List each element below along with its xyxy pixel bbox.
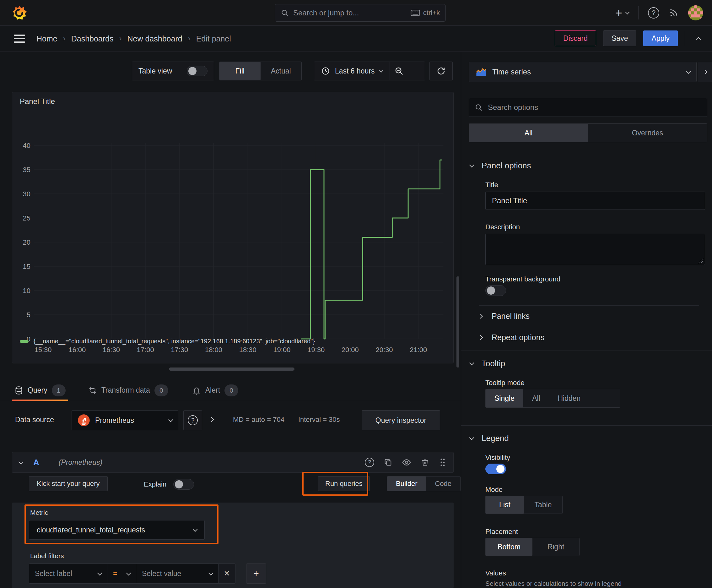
description-textarea[interactable] xyxy=(486,234,705,265)
collapse-header-button[interactable] xyxy=(692,36,705,41)
zoom-out-button[interactable] xyxy=(390,62,408,80)
datasource-help-button[interactable]: ? xyxy=(184,410,202,430)
grafana-logo-icon[interactable] xyxy=(11,5,27,21)
discard-button[interactable]: Discard xyxy=(555,30,596,46)
panel-options-header[interactable]: Panel options xyxy=(470,161,531,171)
explain-toggle[interactable] xyxy=(173,479,194,490)
query-help-button[interactable]: ? xyxy=(365,458,374,467)
table-view-toggle[interactable] xyxy=(187,66,208,76)
legend-section-header[interactable]: Legend xyxy=(470,434,509,443)
transparent-background-toggle[interactable] xyxy=(486,285,506,296)
series-color-dash[interactable] xyxy=(20,340,28,343)
close-icon: ✕ xyxy=(223,569,230,578)
refresh-button[interactable] xyxy=(429,62,453,80)
search-placeholder: Search or jump to... xyxy=(293,8,411,17)
legend-mode-label: Mode xyxy=(486,486,503,494)
remove-filter-button[interactable]: ✕ xyxy=(218,564,235,584)
panel-resize-handle[interactable] xyxy=(169,368,295,371)
apply-button[interactable]: Apply xyxy=(643,30,678,46)
builder-option[interactable]: Builder xyxy=(387,477,426,491)
panel-title-input[interactable] xyxy=(486,192,705,210)
tooltip-mode-segment: Single All Hidden xyxy=(486,389,620,408)
add-filter-button[interactable]: + xyxy=(246,564,266,584)
help-button[interactable]: ? xyxy=(648,7,659,19)
legend-bottom-option[interactable]: Bottom xyxy=(486,538,533,555)
visualization-picker[interactable]: Time series xyxy=(469,62,697,82)
datasource-label: Data source xyxy=(15,416,54,424)
chart-panel[interactable]: Panel Title 051015202530354015:3016:0016… xyxy=(12,92,454,363)
repeat-options-section[interactable]: Repeat options xyxy=(479,333,544,342)
breadcrumb-new-dashboard[interactable]: New dashboard xyxy=(127,34,182,43)
transform-count-badge: 0 xyxy=(154,384,168,396)
query-row-header[interactable]: A (Prometheus) ? xyxy=(12,452,454,473)
save-button[interactable]: Save xyxy=(603,30,637,46)
chevron-right-icon: › xyxy=(119,34,122,43)
legend-right-option[interactable]: Right xyxy=(533,538,579,555)
delete-query-button[interactable] xyxy=(421,458,429,467)
refresh-icon xyxy=(436,66,446,76)
tooltip-single-option[interactable]: Single xyxy=(486,389,523,407)
panel-links-section[interactable]: Panel links xyxy=(479,312,530,321)
actual-option[interactable]: Actual xyxy=(261,62,302,80)
menu-toggle-button[interactable] xyxy=(14,35,25,43)
tooltip-section-header[interactable]: Tooltip xyxy=(470,359,505,369)
toggle-visibility-button[interactable] xyxy=(402,458,411,467)
scrollbar-thumb[interactable] xyxy=(456,276,459,368)
drag-handle-icon xyxy=(439,458,447,467)
tooltip-hidden-option[interactable]: Hidden xyxy=(549,389,589,407)
table-view-label: Table view xyxy=(138,67,172,76)
chart-legend: {__name__="cloudflared_tunnel_total_requ… xyxy=(20,338,315,345)
series-legend-label[interactable]: {__name__="cloudflared_tunnel_total_requ… xyxy=(34,338,315,345)
open-viz-list-button[interactable] xyxy=(698,62,712,82)
tab-all-options[interactable]: All xyxy=(469,124,588,142)
help-icon: ? xyxy=(188,415,198,425)
tab-transform[interactable]: Transform data 0 xyxy=(86,380,171,401)
fill-option[interactable]: Fill xyxy=(219,62,261,80)
global-search[interactable]: Search or jump to... ctrl+k xyxy=(275,4,446,22)
time-range-picker[interactable]: Last 6 hours xyxy=(314,62,390,80)
datasource-picker[interactable]: Prometheus xyxy=(71,410,178,430)
query-inspector-button[interactable]: Query inspector xyxy=(362,410,440,430)
kick-start-button[interactable]: Kick start your query xyxy=(29,476,108,491)
duplicate-query-button[interactable] xyxy=(384,458,392,467)
query-toolbar-row: Kick start your query Explain Run querie… xyxy=(12,476,454,491)
collapse-query-icon[interactable] xyxy=(19,459,24,464)
legend-table-option[interactable]: Table xyxy=(524,496,562,513)
panel-options-sidebar: Time series All Overrides Panel options … xyxy=(461,51,712,588)
drag-query-handle[interactable] xyxy=(439,458,447,467)
run-queries-button[interactable]: Run queries xyxy=(318,476,370,491)
options-search-input[interactable] xyxy=(488,103,701,112)
svg-text:16:00: 16:00 xyxy=(68,346,86,353)
breadcrumb-dashboards[interactable]: Dashboards xyxy=(71,34,114,43)
news-button[interactable] xyxy=(669,8,679,18)
query-ref-id[interactable]: A xyxy=(33,458,39,467)
select-value-dropdown[interactable]: Select value xyxy=(136,564,218,584)
select-label-dropdown[interactable]: Select label xyxy=(29,564,107,584)
svg-text:25: 25 xyxy=(23,214,30,222)
resize-handle-icon[interactable] xyxy=(698,258,703,263)
tooltip-all-option[interactable]: All xyxy=(523,389,549,407)
new-menu-button[interactable]: + xyxy=(615,7,629,19)
time-series-chart[interactable]: 051015202530354015:3016:0016:3017:0017:3… xyxy=(12,111,453,353)
metric-select[interactable]: cloudflared_tunnel_total_requests xyxy=(29,520,205,540)
expand-options-icon[interactable] xyxy=(209,417,214,422)
tab-overrides[interactable]: Overrides xyxy=(588,124,707,142)
tab-alert[interactable]: Alert 0 xyxy=(190,380,241,401)
help-icon: ? xyxy=(365,458,374,467)
legend-visibility-toggle[interactable] xyxy=(486,464,506,474)
code-option[interactable]: Code xyxy=(426,477,460,491)
bell-icon xyxy=(192,386,201,395)
tab-query[interactable]: Query 1 xyxy=(12,380,68,401)
svg-text:30: 30 xyxy=(23,190,30,198)
options-search[interactable] xyxy=(469,98,707,117)
prometheus-icon xyxy=(78,414,90,426)
search-shortcut: ctrl+k xyxy=(423,9,440,17)
svg-text:15:30: 15:30 xyxy=(34,346,51,353)
breadcrumb-home[interactable]: Home xyxy=(37,34,58,43)
query-datasource-hint: (Prometheus) xyxy=(59,458,102,467)
user-avatar[interactable] xyxy=(688,5,703,20)
legend-list-option[interactable]: List xyxy=(486,496,524,513)
interval-stat: Interval = 30s xyxy=(298,416,340,424)
datasource-name: Prometheus xyxy=(95,416,164,425)
operator-dropdown[interactable]: = xyxy=(107,564,136,584)
